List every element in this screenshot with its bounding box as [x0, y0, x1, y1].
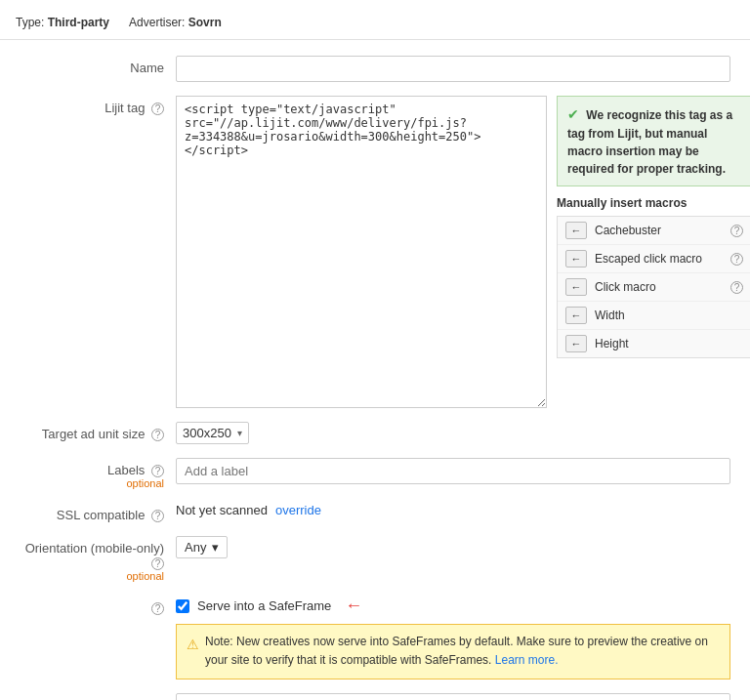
- macro-notice: ✔ We recognize this tag as a tag from Li…: [557, 96, 750, 186]
- custom-fields-label: Custom fields ?: [20, 693, 176, 700]
- ssl-override-link[interactable]: override: [275, 503, 321, 517]
- ssl-help-icon[interactable]: ?: [151, 510, 164, 522]
- page-wrapper: Type: Third-party Advertiser: Sovrn Name…: [0, 0, 750, 700]
- safeframe-notice-box: ⚠ Note: New creatives now serve into Saf…: [176, 624, 730, 679]
- ssl-label-text: SSL compatible: [57, 508, 146, 522]
- top-meta-bar: Type: Third-party Advertiser: Sovrn: [0, 10, 750, 40]
- macro-insert-button[interactable]: ←: [565, 335, 587, 352]
- target-size-label-text: Target ad unit size: [42, 427, 146, 441]
- custom-fields-row: Custom fields ?: [20, 693, 730, 700]
- macro-item: ←Escaped click macro?: [558, 245, 750, 273]
- macro-item-label: Height: [595, 337, 743, 350]
- orientation-caret-icon: ▾: [212, 540, 219, 555]
- name-label-text: Name: [130, 61, 164, 75]
- type-label: Type: Third-party: [16, 16, 109, 29]
- safeframe-help-icon[interactable]: ?: [151, 602, 164, 615]
- labels-help-icon[interactable]: ?: [151, 465, 164, 477]
- name-input[interactable]: Sovrn's 300x250 ad tag 334388: [176, 56, 730, 82]
- labels-control: [176, 458, 730, 484]
- warning-icon: ⚠: [187, 634, 199, 655]
- macro-item-label: Escaped click macro: [595, 252, 728, 266]
- labels-input[interactable]: [176, 458, 730, 484]
- custom-fields-control: [176, 693, 730, 700]
- safeframe-check-row: Serve into a SafeFrame ←: [176, 596, 730, 616]
- ssl-status-text: Not yet scanned: [176, 503, 268, 517]
- advertiser-value: Sovrn: [188, 16, 222, 29]
- macro-panel: ✔ We recognize this tag as a tag from Li…: [557, 96, 750, 358]
- macro-item: ←Width: [558, 302, 750, 330]
- advertiser-label: Advertiser: Sovrn: [129, 16, 222, 29]
- safeframe-label-col: ?: [20, 596, 176, 615]
- macro-item: ←Cachebuster?: [558, 217, 750, 245]
- name-control: Sovrn's 300x250 ad tag 334388: [176, 56, 730, 82]
- custom-fields-input[interactable]: [176, 693, 730, 700]
- target-size-row: Target ad unit size ? 300x250 ▾: [20, 422, 730, 444]
- orientation-select[interactable]: Any ▾: [176, 536, 228, 558]
- macro-help-icon[interactable]: ?: [730, 225, 743, 237]
- macro-notice-text: We recognize this tag as a tag from Liji…: [567, 108, 732, 176]
- macro-list: ←Cachebuster?←Escaped click macro?←Click…: [557, 216, 750, 358]
- macro-insert-button[interactable]: ←: [565, 307, 587, 324]
- safeframe-control: Serve into a SafeFrame ← ⚠ Note: New cre…: [176, 596, 730, 679]
- safeframe-notice-content: Note: New creatives now serve into SafeF…: [205, 635, 708, 667]
- macro-item: ←Click macro?: [558, 273, 750, 302]
- orientation-label-text: Orientation (mobile-only): [25, 541, 164, 556]
- orientation-value: Any: [185, 540, 206, 555]
- lijit-tag-textarea[interactable]: <script type="text/javascript" src="//ap…: [176, 96, 547, 408]
- macro-insert-title: Manually insert macros: [557, 196, 750, 210]
- macro-help-icon[interactable]: ?: [730, 281, 743, 294]
- orientation-row: Orientation (mobile-only) ? optional Any…: [20, 536, 730, 582]
- ssl-control: Not yet scanned override: [176, 503, 730, 517]
- orientation-control: Any ▾: [176, 536, 730, 558]
- ssl-label: SSL compatible ?: [20, 503, 176, 522]
- orientation-help-icon[interactable]: ?: [151, 557, 164, 570]
- target-size-control: 300x250 ▾: [176, 422, 730, 444]
- lijit-tag-row: Lijit tag ? <script type="text/javascrip…: [20, 96, 730, 408]
- macro-item: ←Height: [558, 330, 750, 357]
- lijit-label-text: Lijit tag: [104, 101, 145, 115]
- target-size-help-icon[interactable]: ?: [151, 429, 164, 441]
- labels-label: Labels ? optional: [20, 458, 176, 489]
- labels-sub-label: optional: [20, 477, 164, 489]
- target-size-label: Target ad unit size ?: [20, 422, 176, 441]
- macro-item-label: Width: [595, 309, 743, 322]
- orientation-sub-label: optional: [20, 570, 164, 582]
- lijit-help-icon[interactable]: ?: [151, 103, 164, 115]
- lijit-tag-label: Lijit tag ?: [20, 96, 176, 115]
- safeframe-checkbox[interactable]: [176, 599, 189, 613]
- macro-item-label: Click macro: [595, 280, 728, 294]
- macro-insert-button[interactable]: ←: [565, 250, 587, 268]
- orientation-label: Orientation (mobile-only) ? optional: [20, 536, 176, 582]
- type-value: Third-party: [48, 16, 109, 29]
- ssl-row: SSL compatible ? Not yet scanned overrid…: [20, 503, 730, 522]
- labels-label-text: Labels: [107, 463, 145, 477]
- name-row: Name Sovrn's 300x250 ad tag 334388: [20, 56, 730, 82]
- safeframe-row: ? Serve into a SafeFrame ← ⚠ Note: New c…: [20, 596, 730, 679]
- size-value: 300x250: [183, 426, 231, 440]
- macro-insert-button[interactable]: ←: [565, 222, 587, 239]
- safeframe-label: Serve into a SafeFrame: [197, 598, 331, 613]
- labels-row: Labels ? optional: [20, 458, 730, 489]
- advertiser-label-text: Advertiser:: [129, 16, 185, 29]
- safeframe-notice-text: Note: New creatives now serve into SafeF…: [205, 633, 720, 670]
- learn-more-link[interactable]: Learn more.: [495, 653, 559, 667]
- macro-item-label: Cachebuster: [595, 224, 728, 237]
- lijit-tag-control: <script type="text/javascript" src="//ap…: [176, 96, 750, 408]
- form-area: Name Sovrn's 300x250 ad tag 334388 Lijit…: [0, 40, 750, 700]
- size-select[interactable]: 300x250 ▾: [176, 422, 249, 444]
- ssl-status-row: Not yet scanned override: [176, 503, 730, 517]
- macro-insert-button[interactable]: ←: [565, 278, 587, 296]
- name-label: Name: [20, 56, 176, 75]
- type-label-text: Type:: [16, 16, 44, 29]
- red-arrow-icon: ←: [345, 596, 362, 616]
- check-icon: ✔: [567, 106, 579, 122]
- macro-help-icon[interactable]: ?: [730, 253, 743, 266]
- lijit-tag-area: <script type="text/javascript" src="//ap…: [176, 96, 750, 408]
- size-caret-icon: ▾: [237, 428, 242, 438]
